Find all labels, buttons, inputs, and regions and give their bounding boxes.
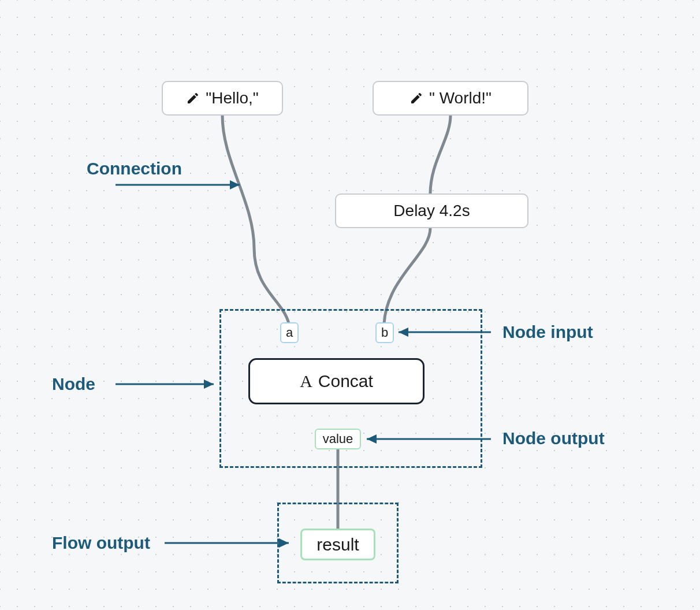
port-input-b[interactable]: b xyxy=(375,322,394,343)
connection-hello-to-a xyxy=(222,116,289,323)
label-node: Node xyxy=(52,374,95,394)
svg-marker-1 xyxy=(204,380,214,389)
node-world-label: " World!" xyxy=(429,89,492,107)
pencil-icon xyxy=(186,91,200,105)
port-input-a[interactable]: a xyxy=(280,322,299,343)
label-node-output: Node output xyxy=(502,429,605,448)
port-output-value[interactable]: value xyxy=(315,429,361,449)
label-node-input: Node input xyxy=(502,322,593,342)
node-concat-label: Concat xyxy=(318,371,373,391)
svg-marker-4 xyxy=(279,538,289,548)
pencil-icon xyxy=(409,91,423,105)
svg-marker-3 xyxy=(367,434,377,444)
node-hello-label: "Hello," xyxy=(206,89,258,107)
flow-canvas[interactable]: "Hello," " World!" Delay 4.2s A Concat a… xyxy=(0,0,700,610)
result-label: result xyxy=(317,535,359,555)
node-delay[interactable]: Delay 4.2s xyxy=(335,194,528,228)
connection-world-to-delay xyxy=(430,116,450,194)
port-a-label: a xyxy=(286,325,293,340)
port-value-label: value xyxy=(323,432,353,447)
label-connection: Connection xyxy=(87,159,182,178)
node-hello[interactable]: "Hello," xyxy=(162,81,283,116)
svg-marker-0 xyxy=(230,180,240,189)
node-delay-label: Delay 4.2s xyxy=(393,202,470,220)
connection-delay-to-b xyxy=(384,228,430,323)
node-world[interactable]: " World!" xyxy=(373,81,528,116)
font-icon: A xyxy=(300,371,312,391)
label-flow-output: Flow output xyxy=(52,533,150,553)
svg-marker-2 xyxy=(399,328,408,337)
port-b-label: b xyxy=(381,325,388,340)
flow-output-result[interactable]: result xyxy=(300,529,375,560)
node-concat[interactable]: A Concat xyxy=(248,358,425,404)
